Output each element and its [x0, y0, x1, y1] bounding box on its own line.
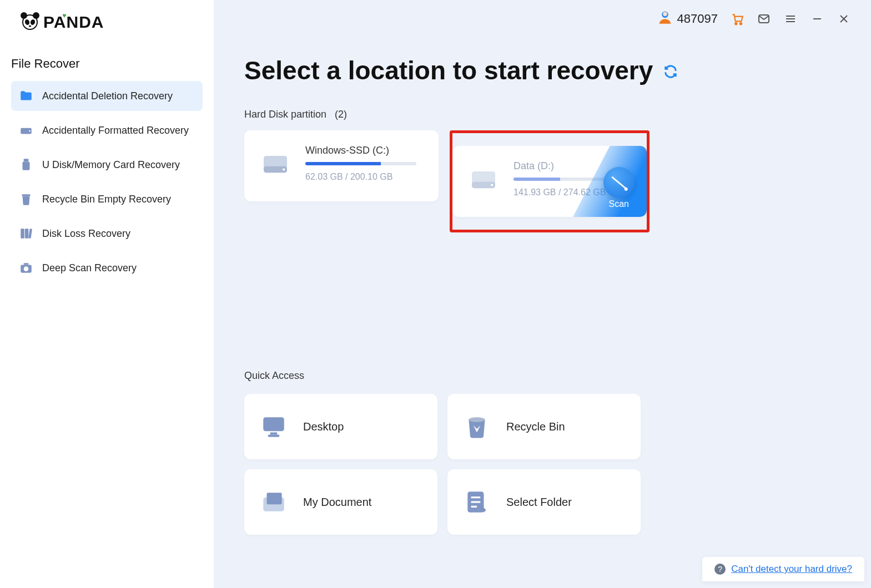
sidebar-item-u-disk[interactable]: U Disk/Memory Card Recovery	[11, 150, 203, 180]
folder-icon	[19, 89, 33, 103]
svg-rect-16	[24, 263, 29, 265]
notepad-icon	[463, 488, 491, 516]
refresh-icon[interactable]	[663, 55, 678, 85]
sidebar-item-label: Accidentally Formatted Recovery	[42, 125, 189, 136]
page-title-row: Select a location to start recovery	[244, 55, 840, 85]
sidebar-item-accidental-deletion[interactable]: Accidental Deletion Recovery	[11, 81, 203, 111]
main-area: 487097 Select a location to start recove…	[214, 0, 871, 588]
drive-icon	[19, 123, 33, 138]
partition-cards: Windows-SSD (C:) 62.03 GB / 200.10 GB Da…	[244, 130, 840, 232]
hdd-icon	[468, 164, 499, 195]
quick-access-title: Desktop	[303, 420, 344, 433]
partition-count: (2)	[335, 109, 347, 120]
monitor-icon	[260, 413, 288, 440]
sidebar: PA♥NDA File Recover Accidental Deletion …	[0, 0, 214, 588]
trash-icon	[19, 192, 33, 206]
help-icon: ?	[714, 564, 726, 575]
user-id: 487097	[677, 12, 718, 26]
svg-point-2	[33, 12, 39, 19]
usb-icon	[19, 158, 33, 172]
svg-point-19	[735, 23, 737, 24]
partition-card-c[interactable]: Windows-SSD (C:) 62.03 GB / 200.10 GB	[244, 130, 439, 201]
sidebar-item-accidentally-formatted[interactable]: Accidentally Formatted Recovery	[11, 115, 203, 145]
svg-point-15	[24, 266, 29, 271]
svg-rect-9	[23, 162, 30, 170]
partition-card-d[interactable]: Data (D:) 141.93 GB / 274.62 GB Scan	[452, 146, 647, 217]
svg-rect-11	[21, 229, 24, 238]
partition-section-label: Hard Disk partition (2)	[244, 109, 840, 120]
minimize-icon[interactable]	[810, 12, 824, 26]
brand-name: PA♥NDA	[43, 13, 104, 32]
quick-access-title: My Document	[303, 496, 371, 509]
sidebar-item-label: Recycle Bin Empty Recovery	[42, 194, 171, 205]
quick-access-my-document[interactable]: My Document	[244, 469, 437, 535]
quick-access-title: Recycle Bin	[506, 420, 565, 433]
sidebar-item-disk-loss[interactable]: Disk Loss Recovery	[11, 219, 203, 249]
svg-point-30	[283, 168, 285, 170]
close-icon[interactable]	[837, 12, 851, 26]
svg-rect-36	[268, 435, 280, 437]
document-icon	[260, 488, 288, 516]
sidebar-item-label: Disk Loss Recovery	[42, 228, 130, 240]
help-banner: ? Can't detect your hard drive?	[702, 557, 864, 581]
sidebar-item-label: Accidental Deletion Recovery	[42, 90, 173, 102]
svg-point-7	[29, 130, 31, 132]
svg-point-18	[663, 12, 667, 16]
partition-label-text: Hard Disk partition	[244, 109, 326, 120]
partition-highlight: Data (D:) 141.93 GB / 274.62 GB Scan	[450, 130, 650, 232]
menu-icon[interactable]	[783, 12, 798, 26]
svg-rect-39	[267, 493, 282, 504]
brand-logo: PA♥NDA	[0, 11, 214, 33]
camera-icon	[19, 261, 33, 275]
svg-rect-34	[263, 417, 284, 431]
avatar-icon	[657, 9, 673, 28]
user-indicator[interactable]: 487097	[657, 9, 718, 28]
svg-point-33	[491, 184, 493, 186]
sidebar-nav: Accidental Deletion Recovery Accidentall…	[0, 81, 214, 283]
quick-access-select-folder[interactable]: Select Folder	[447, 469, 641, 535]
sidebar-item-label: Deep Scan Recovery	[42, 262, 137, 274]
sidebar-item-recycle-bin[interactable]: Recycle Bin Empty Recovery	[11, 184, 203, 214]
topbar: 487097	[637, 0, 871, 38]
quick-access-title: Select Folder	[506, 496, 572, 509]
svg-point-1	[21, 12, 27, 19]
mail-icon[interactable]	[757, 12, 771, 26]
svg-rect-8	[24, 159, 29, 161]
sidebar-item-deep-scan[interactable]: Deep Scan Recovery	[11, 253, 203, 283]
svg-point-20	[740, 23, 742, 24]
sidebar-section-title: File Recover	[0, 57, 214, 81]
scan-label: Scan	[609, 199, 629, 209]
quick-access-desktop[interactable]: Desktop	[244, 394, 437, 459]
svg-rect-35	[270, 432, 278, 434]
svg-point-5	[29, 26, 31, 27]
partition-title: Windows-SSD (C:)	[305, 145, 423, 156]
cart-icon[interactable]	[730, 12, 744, 26]
quick-access-recycle-bin[interactable]: Recycle Bin	[447, 394, 641, 459]
panda-icon	[19, 10, 41, 34]
svg-rect-12	[25, 229, 29, 238]
quick-access-label: Quick Access	[244, 370, 840, 382]
bin-icon	[463, 413, 491, 440]
quick-access-grid: Desktop Recycle Bin My Document Select F…	[244, 394, 840, 535]
svg-rect-10	[22, 194, 30, 196]
scan-button[interactable]	[603, 167, 635, 198]
partition-size: 62.03 GB / 200.10 GB	[305, 172, 423, 182]
sidebar-item-label: U Disk/Memory Card Recovery	[42, 159, 180, 171]
hdd-icon	[260, 148, 291, 179]
disks-icon	[19, 226, 33, 241]
page-title: Select a location to start recovery	[244, 55, 653, 85]
svg-point-37	[469, 417, 485, 422]
svg-rect-13	[28, 229, 32, 239]
help-link[interactable]: Can't detect your hard drive?	[731, 564, 852, 575]
usage-bar	[305, 162, 416, 165]
